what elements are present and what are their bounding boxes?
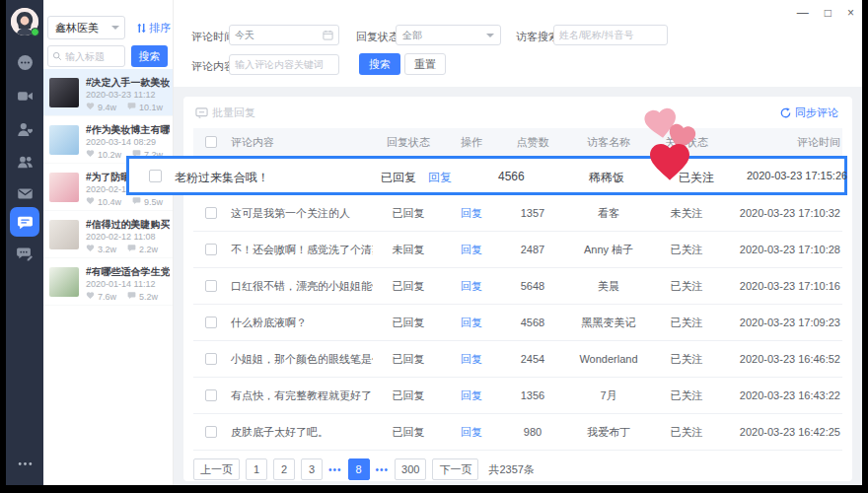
minimize-button[interactable]: — <box>797 7 809 19</box>
sort-label: 排序 <box>149 21 171 35</box>
row-checkbox[interactable] <box>205 207 217 219</box>
heart-decoration-red <box>645 138 694 185</box>
comment-icon <box>127 244 136 254</box>
close-button[interactable]: × <box>847 7 854 19</box>
header-reply-status: 回复状态 <box>373 135 444 150</box>
row-checkbox[interactable] <box>205 426 217 438</box>
main-area: — □ × 评论时间 回复状态 全部 访客搜索 评论内容 搜索 重置 <box>174 0 862 485</box>
reset-button[interactable]: 重置 <box>404 53 446 75</box>
comment-count: 2.2w <box>139 245 158 254</box>
sidebar-item-video-camera[interactable] <box>6 81 43 110</box>
video-list-item[interactable]: #有哪些适合学生党的素...2020-01-14 11:127.6w5.2w <box>43 258 173 306</box>
next-page-button[interactable]: 下一页 <box>432 458 478 480</box>
page-button-2[interactable]: 2 <box>273 458 295 480</box>
select-all-checkbox[interactable] <box>205 136 217 148</box>
search-button[interactable]: 搜索 <box>359 53 400 75</box>
table-row[interactable]: 这可是我第一个关注的人已回复回复1357看客未关注2020-03-23 17:1… <box>193 195 842 232</box>
comment-content-input[interactable] <box>235 59 333 70</box>
cell-comment-content: 不！还会嗷啊！感觉洗了个清爽的脸 <box>229 243 373 257</box>
reply-action-link[interactable]: 回复 <box>461 389 482 401</box>
like-icon <box>86 102 95 112</box>
reply-status-select[interactable]: 全部 <box>396 25 501 45</box>
title-search-button[interactable]: 搜索 <box>131 45 168 67</box>
table-row[interactable]: 小姐姐，那个颜色的眼线笔是什么牌...已回复回复2454Wonderland已关… <box>193 341 842 378</box>
sidebar-item-chat-dots[interactable] <box>6 47 43 77</box>
table-row[interactable]: 口红很不错，漂亮的小姐姐能告诉我...已回复回复5648美晨已关注2020-03… <box>193 268 842 305</box>
sort-button[interactable]: 排序 <box>136 21 171 35</box>
visitor-search-input[interactable] <box>559 30 662 40</box>
video-camera-icon <box>17 88 34 105</box>
row-checkbox[interactable] <box>205 280 217 292</box>
maximize-button[interactable]: □ <box>825 7 832 19</box>
video-list-item[interactable]: #信得过的美睫购买渠道2020-02-12 11:083.2w2.2w <box>43 211 173 258</box>
cell-likes: 5648 <box>499 280 566 292</box>
total-count: 共2357条 <box>488 462 534 477</box>
like-icon <box>86 149 95 160</box>
page-button-3[interactable]: 3 <box>301 458 323 480</box>
batch-reply-button[interactable]: 批量回复 <box>195 106 255 120</box>
sidebar-item-comment-edit[interactable] <box>6 239 43 268</box>
row-checkbox[interactable] <box>149 170 162 182</box>
cell-reply-status: 已回复 <box>373 425 444 440</box>
video-title: #有哪些适合学生党的素... <box>86 265 170 279</box>
header-comment-content: 评论内容 <box>229 135 373 150</box>
video-list-item[interactable]: #决定入手一款美妆护肤...2020-03-23 11:129.4w10.1w <box>43 69 173 116</box>
table-row[interactable]: 什么粉底液啊？已回复回复4568黑黑变美记已关注2020-03-23 17:09… <box>193 305 842 341</box>
current-page-button[interactable]: 8 <box>348 458 370 480</box>
sidebar <box>6 0 43 485</box>
page-button-1[interactable]: 1 <box>246 458 267 480</box>
sidebar-item-fan-heart[interactable] <box>6 114 43 144</box>
chevron-down-icon <box>486 34 494 41</box>
reply-action-link[interactable]: 回复 <box>461 207 482 219</box>
cell-follow-status: 已关注 <box>651 316 722 330</box>
comment-edit-icon <box>17 246 34 262</box>
comment-time-input[interactable] <box>235 30 319 40</box>
fan-heart-icon <box>17 121 34 138</box>
sidebar-item-comment-bubble[interactable] <box>10 207 39 237</box>
ellipsis-right[interactable]: ••• <box>376 464 390 475</box>
row-checkbox[interactable] <box>205 389 217 401</box>
comment-icon <box>132 196 141 207</box>
calendar-icon <box>323 30 333 40</box>
user-avatar[interactable] <box>11 8 38 35</box>
cell-likes: 4568 <box>499 317 566 328</box>
video-stats: 10.4w9.5w <box>86 196 163 207</box>
reply-action-link[interactable]: 回复 <box>461 280 482 292</box>
chevron-down-icon <box>111 26 119 34</box>
page-button-last[interactable]: 300 <box>395 458 426 480</box>
highlighted-table-row[interactable]: 老粉过来集合哦！ 已回复 回复 4566 稀稀饭 已关注 2020-03-23 … <box>126 156 847 195</box>
reply-status-label: 回复状态 <box>356 30 399 44</box>
comment-content-field <box>229 54 339 75</box>
batch-reply-icon <box>195 106 208 119</box>
prev-page-button[interactable]: 上一页 <box>193 458 240 480</box>
cell-reply-status: 已回复 <box>373 206 444 221</box>
reply-action-link[interactable]: 回复 <box>461 244 482 255</box>
cell-likes: 980 <box>499 426 566 438</box>
cell-follow-status: 已关注 <box>651 279 722 294</box>
row-checkbox[interactable] <box>205 317 217 328</box>
table-row[interactable]: 不！还会嗷啊！感觉洗了个清爽的脸未回复回复2487Anny 柚子已关注2020-… <box>193 232 842 268</box>
cell-visitor-name: 黑黑变美记 <box>566 316 651 330</box>
mail-icon <box>17 185 34 202</box>
sidebar-item-mail[interactable] <box>6 178 43 208</box>
reply-action-link[interactable]: 回复 <box>428 170 452 186</box>
reply-action-link[interactable]: 回复 <box>461 426 482 438</box>
sidebar-item-more[interactable] <box>6 449 43 478</box>
reply-action-link[interactable]: 回复 <box>461 353 482 365</box>
sync-comments-button[interactable]: 同步评论 <box>780 106 838 120</box>
account-select[interactable]: 鑫林医美 <box>47 16 125 39</box>
ellipsis-left[interactable]: ••• <box>328 464 342 475</box>
like-icon <box>86 196 95 207</box>
title-search-input[interactable] <box>65 51 120 62</box>
table-row[interactable]: 有点快，有完整教程就更好了已回复回复13567月已关注2020-03-23 16… <box>193 378 842 414</box>
table-row[interactable]: 皮肤底子太好了吧。已回复回复980我爱布丁已关注2020-03-23 16:42… <box>193 414 842 451</box>
reply-action-link[interactable]: 回复 <box>461 317 482 328</box>
sidebar-item-user-group[interactable] <box>6 147 43 176</box>
cell-comment-time: 2020-03-23 17:10:32 <box>722 207 842 219</box>
cell-follow-status: 已关注 <box>651 388 722 403</box>
row-checkbox[interactable] <box>205 244 217 255</box>
cell-follow-status: 已关注 <box>651 425 722 440</box>
video-date: 2020-01-14 11:12 <box>86 279 155 289</box>
cell-comment-content: 小姐姐，那个颜色的眼线笔是什么牌... <box>229 352 373 367</box>
row-checkbox[interactable] <box>205 353 217 365</box>
